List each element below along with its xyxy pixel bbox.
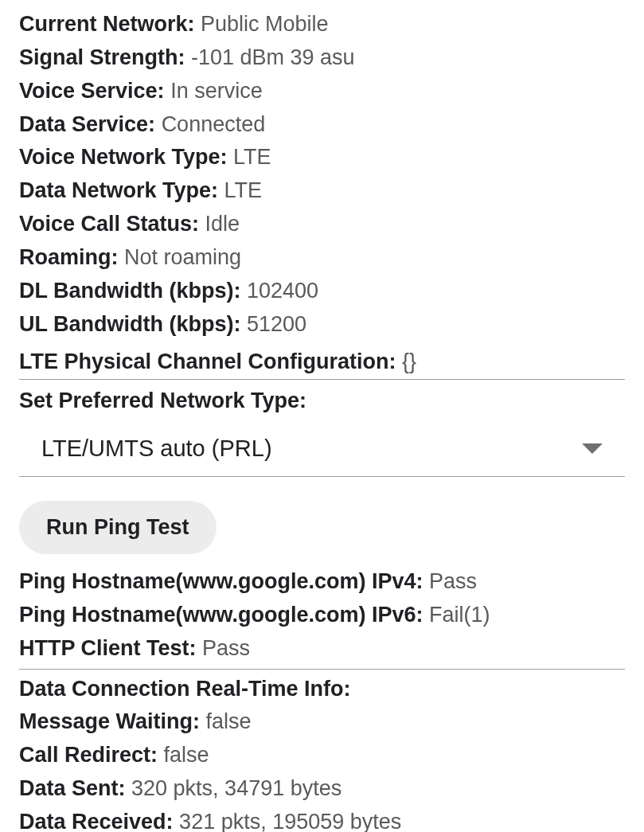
- preferred-network-header: Set Preferred Network Type:: [19, 385, 625, 418]
- call-redirect-value: false: [164, 743, 209, 767]
- roaming-label: Roaming:: [19, 245, 119, 269]
- voice-network-type-label: Voice Network Type:: [19, 145, 228, 169]
- signal-strength-label: Signal Strength:: [19, 45, 185, 69]
- preferred-network-selected: LTE/UMTS auto (PRL): [41, 431, 582, 467]
- ping-results-section: Ping Hostname(www.google.com) IPv4: Pass…: [19, 565, 625, 670]
- dl-bandwidth-label: DL Bandwidth (kbps):: [19, 279, 240, 303]
- signal-strength-row: Signal Strength: -101 dBm 39 asu: [19, 41, 625, 75]
- data-sent-label: Data Sent:: [19, 776, 126, 800]
- lte-phy-channel-value: {}: [402, 350, 416, 373]
- ul-bandwidth-row: UL Bandwidth (kbps): 51200: [19, 308, 625, 342]
- dl-bandwidth-value: 102400: [247, 279, 318, 303]
- data-network-type-label: Data Network Type:: [19, 178, 218, 202]
- current-network-row: Current Network: Public Mobile: [19, 8, 625, 41]
- data-network-type-row: Data Network Type: LTE: [19, 174, 625, 208]
- voice-service-label: Voice Service:: [19, 79, 165, 103]
- preferred-network-select[interactable]: LTE/UMTS auto (PRL): [19, 421, 625, 477]
- http-client-row: HTTP Client Test: Pass: [19, 632, 625, 666]
- dl-bandwidth-row: DL Bandwidth (kbps): 102400: [19, 275, 625, 308]
- data-service-value: Connected: [162, 112, 266, 136]
- voice-network-type-value: LTE: [233, 145, 271, 169]
- http-client-value: Pass: [202, 636, 250, 660]
- ul-bandwidth-label: UL Bandwidth (kbps):: [19, 312, 240, 336]
- signal-strength-value: -101 dBm 39 asu: [191, 45, 355, 69]
- data-received-label: Data Received:: [19, 810, 174, 832]
- message-waiting-label: Message Waiting:: [19, 709, 200, 733]
- network-info-section: Current Network: Public Mobile Signal St…: [19, 8, 625, 380]
- ping-ipv6-value: Fail(1): [429, 603, 490, 627]
- ping-ipv6-row: Ping Hostname(www.google.com) IPv6: Fail…: [19, 599, 625, 632]
- data-service-row: Data Service: Connected: [19, 108, 625, 142]
- current-network-label: Current Network:: [19, 12, 195, 36]
- message-waiting-value: false: [206, 709, 252, 733]
- data-sent-row: Data Sent: 320 pkts, 34791 bytes: [19, 772, 625, 806]
- voice-service-row: Voice Service: In service: [19, 75, 625, 108]
- realtime-info-section: Data Connection Real-Time Info: Message …: [19, 673, 625, 832]
- lte-phy-channel-row: LTE Physical Channel Configuration: {}: [19, 346, 625, 380]
- http-client-label: HTTP Client Test:: [19, 636, 197, 660]
- call-redirect-label: Call Redirect:: [19, 743, 158, 767]
- chevron-down-icon: [582, 443, 603, 454]
- ping-ipv4-label: Ping Hostname(www.google.com) IPv4:: [19, 569, 423, 593]
- message-waiting-row: Message Waiting: false: [19, 705, 625, 739]
- ping-ipv4-value: Pass: [429, 569, 477, 593]
- current-network-value: Public Mobile: [201, 12, 329, 36]
- voice-service-value: In service: [170, 79, 263, 103]
- roaming-row: Roaming: Not roaming: [19, 241, 625, 275]
- run-ping-test-button[interactable]: Run Ping Test: [19, 501, 217, 554]
- realtime-info-header: Data Connection Real-Time Info:: [19, 673, 625, 706]
- voice-call-status-row: Voice Call Status: Idle: [19, 208, 625, 241]
- voice-call-status-value: Idle: [205, 212, 240, 236]
- ping-ipv6-label: Ping Hostname(www.google.com) IPv6:: [19, 603, 423, 627]
- preferred-network-section: Set Preferred Network Type: LTE/UMTS aut…: [19, 385, 625, 477]
- data-received-row: Data Received: 321 pkts, 195059 bytes: [19, 806, 625, 832]
- data-network-type-value: LTE: [224, 178, 263, 202]
- call-redirect-row: Call Redirect: false: [19, 739, 625, 772]
- data-service-label: Data Service:: [19, 112, 155, 136]
- data-received-value: 321 pkts, 195059 bytes: [179, 810, 401, 832]
- roaming-value: Not roaming: [124, 245, 241, 269]
- data-sent-value: 320 pkts, 34791 bytes: [131, 776, 342, 800]
- ping-ipv4-row: Ping Hostname(www.google.com) IPv4: Pass: [19, 565, 625, 599]
- lte-phy-channel-label: LTE Physical Channel Configuration:: [19, 350, 396, 373]
- ul-bandwidth-value: 51200: [247, 312, 306, 336]
- voice-network-type-row: Voice Network Type: LTE: [19, 141, 625, 174]
- voice-call-status-label: Voice Call Status:: [19, 212, 199, 236]
